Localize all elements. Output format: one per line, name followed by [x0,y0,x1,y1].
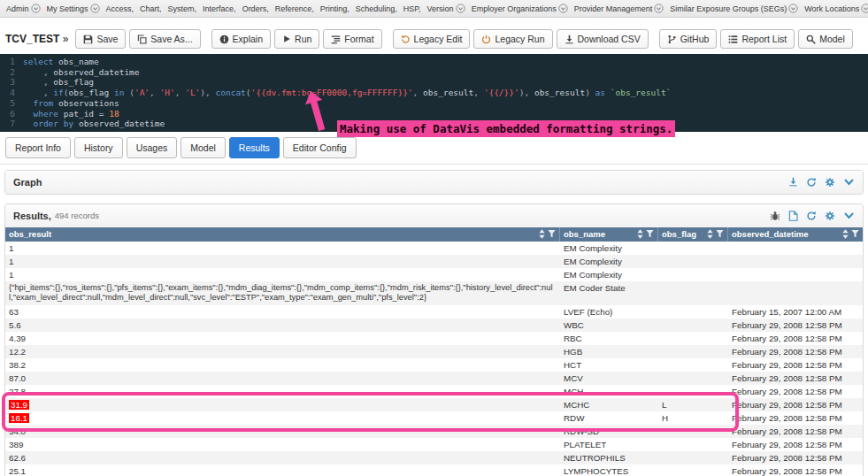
tab-history[interactable]: History [74,137,123,158]
filter-icon[interactable] [548,230,556,238]
column-header-obs-name[interactable]: obs_name [560,227,658,242]
info-circle-icon [219,35,229,44]
nav-item-employer-organizations[interactable]: Employer Organizations [472,4,568,13]
legacy-run-button[interactable]: Legacy Run [473,29,552,49]
chevron-down-icon[interactable] [843,176,855,188]
table-row[interactable]: 1EM Complexity [5,255,863,268]
chevron-circle-icon[interactable] [90,4,100,13]
download-icon[interactable] [788,177,798,187]
sort-icon[interactable] [707,229,713,239]
save-button[interactable]: Save [75,29,126,49]
nav-item-provider-management[interactable]: Provider Management [574,4,664,13]
nav-item-version[interactable]: Version [427,4,465,13]
filter-icon[interactable] [646,230,654,238]
table-row[interactable]: 12.2HGBFebruary 29, 2008 12:58 PM [5,345,863,358]
code-text: select obs_name [23,57,99,67]
graph-panel-header[interactable]: Graph [5,171,863,194]
download-csv-button[interactable]: Download CSV [557,29,649,49]
chevron-circle-icon[interactable] [788,4,798,13]
table-row[interactable]: 389PLATELETFebruary 29, 2008 12:58 PM [5,438,863,451]
run-button[interactable]: Run [274,29,319,49]
line-number: 1 [0,57,23,67]
nav-item-label: Similar Exposure Groups (SEGs) [670,4,787,13]
format-button[interactable]: Format [323,29,381,49]
code-line: 6 where pat_id = 18 [0,109,868,119]
nav-item-chart[interactable]: Chart, [140,4,162,13]
tab-model[interactable]: Model [181,137,226,158]
model-button[interactable]: Model [798,29,853,49]
tab-usages[interactable]: Usages [127,137,178,158]
table-row[interactable]: 87.0MCVFebruary 29, 2008 12:58 PM [5,372,863,385]
tab-results[interactable]: Results [229,137,280,158]
code-token: = [94,109,109,119]
table-row[interactable]: 63LVEF (Echo)February 15, 2007 12:00 AM [5,305,863,319]
report-list-button[interactable]: Report List [720,29,795,49]
sort-icon[interactable] [842,229,849,239]
cell-obs-flag [658,451,728,464]
legacy-edit-button[interactable]: Legacy Edit [393,29,471,49]
results-table-body: 1EM Complexity1EM Complexity1EM Complexi… [5,242,863,476]
cell-obs-flag [658,425,728,438]
save-as-button[interactable]: Save As... [129,29,200,49]
top-nav: AdminMy SettingsAccess,Chart,System,Inte… [0,0,868,18]
column-header-obs-flag[interactable]: obs_flag [658,227,728,242]
code-token: 'L' [185,88,200,97]
chevron-circle-icon[interactable] [31,4,41,13]
cell-obs-name: WBC [560,319,658,332]
bug-icon[interactable] [770,211,780,221]
nav-item-reference[interactable]: Reference, [275,4,314,13]
tab-report-info[interactable]: Report Info [5,137,71,158]
file-icon[interactable] [788,211,798,221]
refresh-icon[interactable] [806,211,817,221]
cell-obs-name: RDW [560,411,658,425]
nav-item-interface[interactable]: Interface, [203,4,236,13]
table-row[interactable]: 38.2HCTFebruary 29, 2008 12:58 PM [5,358,863,372]
cell-obs-flag [658,281,728,305]
table-row[interactable]: 4.39RBCFebruary 29, 2008 12:58 PM [5,332,863,345]
cell-observed-datetime: February 29, 2008 12:58 PM [728,398,863,411]
nav-item-access[interactable]: Access, [106,4,134,13]
results-panel-header[interactable]: Results, 494 records [5,204,863,227]
table-row[interactable]: 62.6NEUTROPHILSFebruary 29, 2008 12:58 P… [5,451,863,464]
column-header-obs-result[interactable]: obs_result [5,227,560,242]
nav-item-printing[interactable]: Printing, [320,4,350,13]
github-button[interactable]: GitHub [659,29,718,49]
table-row[interactable]: 54.0RDW-SDFebruary 29, 2008 12:58 PM [5,425,863,438]
chevron-circle-icon[interactable] [861,4,868,13]
table-row[interactable]: {"hpi_items":{},"ros_items":{},"pfs_item… [5,281,863,305]
cell-obs-flag [658,385,728,398]
chevron-down-icon[interactable] [843,210,855,221]
nav-item-system[interactable]: System, [168,4,197,13]
code-token: , [23,67,53,77]
filter-icon[interactable] [851,230,859,238]
table-row[interactable]: 27.8MCHFebruary 29, 2008 12:58 PM [5,385,863,398]
tab-editor-config[interactable]: Editor Config [283,137,357,158]
table-row[interactable]: 25.1LYMPHOCYTESFebruary 29, 2008 12:58 P… [5,464,863,476]
table-row[interactable]: 5.6WBCFebruary 29, 2008 12:58 PM [5,319,863,332]
nav-item-work-locations[interactable]: Work Locations [804,4,868,13]
table-row[interactable]: 1EM Complexity [5,268,863,281]
nav-item-orders[interactable]: Orders, [242,4,269,13]
table-row[interactable]: 1EM Complexity [5,242,863,255]
filter-icon[interactable] [716,230,724,238]
sort-icon[interactable] [539,229,545,239]
chevron-circle-icon[interactable] [558,4,568,13]
nav-item-my-settings[interactable]: My Settings [47,4,100,13]
button-label: Legacy Edit [414,34,463,44]
code-text: , if(obs_flag in ('A', 'H', 'L'), concat… [23,88,671,98]
table-row[interactable]: 16.1RDWHFebruary 29, 2008 12:58 PM [5,411,863,425]
table-row[interactable]: 31.9MCHCLFebruary 29, 2008 12:58 PM [5,398,863,411]
nav-item-scheduling[interactable]: Scheduling, [356,4,397,13]
nav-item-hsp[interactable]: HSP, [403,4,421,13]
sort-icon[interactable] [637,229,643,239]
gear-icon[interactable] [825,177,835,188]
cell-observed-datetime: February 29, 2008 12:58 PM [728,345,863,358]
nav-item-admin[interactable]: Admin [6,4,41,13]
chevron-circle-icon[interactable] [654,4,664,13]
chevron-circle-icon[interactable] [456,4,465,13]
column-header-observed-datetime[interactable]: observed_datetime [728,227,863,242]
nav-item-similar-exposure-groups-segs[interactable]: Similar Exposure Groups (SEGs) [670,4,798,13]
explain-button[interactable]: Explain [211,29,271,49]
refresh-icon[interactable] [806,177,817,188]
gear-icon[interactable] [825,211,835,221]
